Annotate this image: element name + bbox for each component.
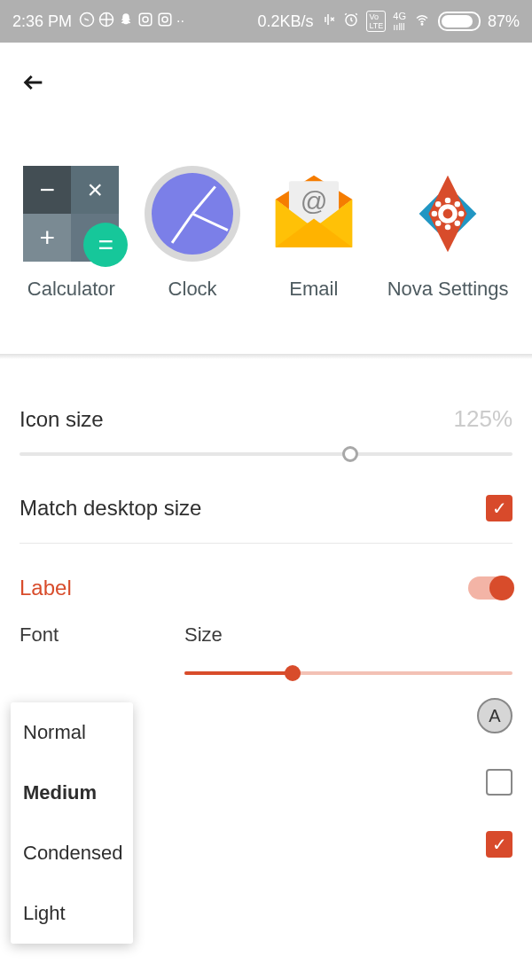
svg-point-20 [455,221,460,226]
label-section-title: Label [20,576,72,600]
svg-point-5 [143,17,148,22]
app-nova-settings[interactable]: Nova Settings [387,166,509,301]
svg-rect-6 [159,13,171,26]
font-option-normal[interactable]: Normal [11,702,133,763]
snapchat-icon [118,12,134,31]
status-left: 2:36 PM ·· [12,12,184,31]
svg-point-19 [435,221,441,226]
label-size-slider[interactable] [184,671,512,675]
svg-point-21 [443,209,453,219]
icon-size-row: Icon size 125% [20,391,512,447]
app-label: Email [289,278,338,301]
svg-point-14 [445,224,450,230]
alarm-icon [343,12,359,32]
divider [20,543,512,544]
shadow-button[interactable]: A [477,698,512,733]
app-calculator[interactable]: −×+ = Calculator [23,166,119,301]
app-label: Clock [168,278,217,301]
font-option-medium[interactable]: Medium [11,763,133,823]
app-label: Nova Settings [387,278,509,301]
match-desktop-checkbox[interactable]: ✓ [486,495,512,521]
svg-text:@: @ [301,186,328,216]
font-dropdown: Normal Medium Condensed Light [11,702,133,944]
whatsapp-icon [79,12,95,31]
back-button[interactable] [20,69,48,101]
font-option-condensed[interactable]: Condensed [11,823,133,883]
app-clock[interactable]: Clock [145,166,240,301]
status-right: 0.2KB/s VoLTE 4Gıılll 87% [257,11,520,32]
toolbar [0,43,532,109]
svg-point-9 [421,23,423,25]
wifi-icon [413,12,431,32]
svg-point-18 [455,201,460,207]
volte-icon: VoLTE [366,11,386,32]
app-preview-row: −×+ = Calculator Clock @ Email [0,109,532,345]
app-label: Calculator [27,278,115,301]
more-icon: ·· [176,13,184,29]
app-icon [98,12,114,31]
instagram-icon-2 [157,12,173,31]
instagram-icon [137,12,153,31]
right-controls: A ✓ [160,680,512,875]
email-icon: @ [266,166,362,262]
status-bar: 2:36 PM ·· 0.2KB/s Vo [0,0,532,43]
nova-settings-icon [400,166,496,262]
svg-point-16 [458,211,464,216]
signal-icon: 4Gıılll [393,11,406,32]
match-desktop-row[interactable]: Match desktop size ✓ [20,481,512,536]
icon-size-label: Icon size [20,407,104,432]
icon-size-value: 125% [454,405,513,433]
font-size-row: Font Size [20,611,512,684]
status-time: 2:36 PM [12,12,72,31]
app-email[interactable]: @ Email [266,166,362,301]
label-toggle[interactable] [468,576,512,600]
clock-icon [145,166,240,262]
status-battery: 87% [488,12,520,31]
match-desktop-label: Match desktop size [20,496,201,521]
font-option-light[interactable]: Light [11,883,133,944]
label-section-header: Label [20,547,512,611]
mute-icon [320,12,336,32]
svg-point-15 [432,211,437,216]
option-checkbox-1[interactable] [486,769,512,796]
svg-rect-4 [139,13,152,26]
svg-point-17 [435,201,441,207]
icon-size-slider[interactable] [20,452,512,456]
calculator-icon: −×+ = [23,166,119,262]
size-label: Size [184,623,512,647]
status-left-icons: ·· [79,12,184,31]
svg-point-7 [162,17,168,22]
battery-icon [438,12,481,31]
status-speed: 0.2KB/s [257,12,313,31]
font-label: Font [20,623,153,647]
svg-point-13 [445,198,450,203]
option-checkbox-2[interactable]: ✓ [486,831,512,858]
